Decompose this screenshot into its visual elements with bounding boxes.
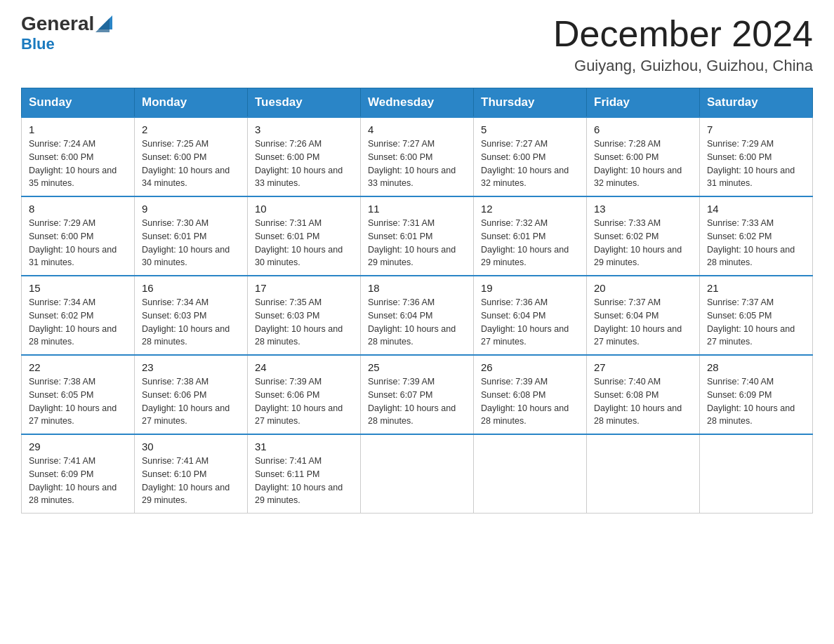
day-info: Sunrise: 7:30 AMSunset: 6:01 PMDaylight:… [142,218,230,267]
calendar-week-row: 1 Sunrise: 7:24 AMSunset: 6:00 PMDayligh… [22,117,813,196]
day-number: 11 [368,203,466,215]
calendar-cell: 27 Sunrise: 7:40 AMSunset: 6:08 PMDaylig… [587,355,700,434]
col-thursday: Thursday [474,88,587,118]
day-number: 10 [255,203,353,215]
day-number: 30 [142,441,240,452]
day-info: Sunrise: 7:29 AMSunset: 6:00 PMDaylight:… [707,139,795,188]
day-number: 8 [29,203,127,215]
calendar-cell: 8 Sunrise: 7:29 AMSunset: 6:00 PMDayligh… [22,196,135,276]
calendar-cell: 17 Sunrise: 7:35 AMSunset: 6:03 PMDaylig… [248,276,361,355]
day-number: 27 [594,361,692,373]
day-number: 16 [142,282,240,294]
day-info: Sunrise: 7:33 AMSunset: 6:02 PMDaylight:… [594,218,682,267]
logo: General Blue [21,14,115,53]
day-number: 5 [481,123,579,135]
calendar-week-row: 8 Sunrise: 7:29 AMSunset: 6:00 PMDayligh… [22,196,813,276]
calendar-cell [474,434,587,514]
calendar-cell: 10 Sunrise: 7:31 AMSunset: 6:01 PMDaylig… [248,196,361,276]
day-info: Sunrise: 7:27 AMSunset: 6:00 PMDaylight:… [368,139,456,188]
day-number: 23 [142,361,240,373]
day-number: 17 [255,282,353,294]
calendar-cell: 1 Sunrise: 7:24 AMSunset: 6:00 PMDayligh… [22,117,135,196]
day-info: Sunrise: 7:40 AMSunset: 6:08 PMDaylight:… [594,377,682,426]
calendar-cell: 25 Sunrise: 7:39 AMSunset: 6:07 PMDaylig… [361,355,474,434]
calendar-cell: 2 Sunrise: 7:25 AMSunset: 6:00 PMDayligh… [135,117,248,196]
calendar-cell: 28 Sunrise: 7:40 AMSunset: 6:09 PMDaylig… [700,355,813,434]
calendar-cell: 22 Sunrise: 7:38 AMSunset: 6:05 PMDaylig… [22,355,135,434]
calendar-week-row: 22 Sunrise: 7:38 AMSunset: 6:05 PMDaylig… [22,355,813,434]
day-info: Sunrise: 7:39 AMSunset: 6:06 PMDaylight:… [255,377,343,426]
day-info: Sunrise: 7:32 AMSunset: 6:01 PMDaylight:… [481,218,569,267]
day-info: Sunrise: 7:36 AMSunset: 6:04 PMDaylight:… [368,297,456,347]
day-number: 21 [707,282,805,294]
col-sunday: Sunday [22,88,135,118]
calendar-cell: 13 Sunrise: 7:33 AMSunset: 6:02 PMDaylig… [587,196,700,276]
day-info: Sunrise: 7:41 AMSunset: 6:10 PMDaylight:… [142,456,230,505]
day-info: Sunrise: 7:40 AMSunset: 6:09 PMDaylight:… [707,377,795,426]
day-number: 7 [707,123,805,135]
day-info: Sunrise: 7:35 AMSunset: 6:03 PMDaylight:… [255,297,343,347]
calendar-cell: 23 Sunrise: 7:38 AMSunset: 6:06 PMDaylig… [135,355,248,434]
day-number: 4 [368,123,466,135]
calendar-cell: 31 Sunrise: 7:41 AMSunset: 6:11 PMDaylig… [248,434,361,514]
day-info: Sunrise: 7:33 AMSunset: 6:02 PMDaylight:… [707,218,795,267]
day-info: Sunrise: 7:28 AMSunset: 6:00 PMDaylight:… [594,139,682,188]
calendar-cell [587,434,700,514]
day-info: Sunrise: 7:38 AMSunset: 6:05 PMDaylight:… [29,377,117,426]
calendar-cell: 14 Sunrise: 7:33 AMSunset: 6:02 PMDaylig… [700,196,813,276]
day-info: Sunrise: 7:38 AMSunset: 6:06 PMDaylight:… [142,377,230,426]
day-number: 3 [255,123,353,135]
day-info: Sunrise: 7:37 AMSunset: 6:05 PMDaylight:… [707,297,795,347]
day-number: 12 [481,203,579,215]
col-friday: Friday [587,88,700,118]
day-info: Sunrise: 7:29 AMSunset: 6:00 PMDaylight:… [29,218,117,267]
calendar-cell: 21 Sunrise: 7:37 AMSunset: 6:05 PMDaylig… [700,276,813,355]
calendar-cell [361,434,474,514]
calendar-table: Sunday Monday Tuesday Wednesday Thursday… [21,88,813,514]
calendar-header-row: Sunday Monday Tuesday Wednesday Thursday… [22,88,813,118]
day-info: Sunrise: 7:25 AMSunset: 6:00 PMDaylight:… [142,139,230,188]
col-saturday: Saturday [700,88,813,118]
page-header: General Blue December 2024 Guiyang, Guiz… [21,14,813,75]
day-number: 2 [142,123,240,135]
calendar-cell: 26 Sunrise: 7:39 AMSunset: 6:08 PMDaylig… [474,355,587,434]
day-number: 29 [29,441,127,452]
day-info: Sunrise: 7:41 AMSunset: 6:09 PMDaylight:… [29,456,117,505]
day-number: 15 [29,282,127,294]
col-monday: Monday [135,88,248,118]
calendar-cell: 5 Sunrise: 7:27 AMSunset: 6:00 PMDayligh… [474,117,587,196]
day-number: 20 [594,282,692,294]
day-info: Sunrise: 7:34 AMSunset: 6:02 PMDaylight:… [29,297,117,347]
day-number: 6 [594,123,692,135]
calendar-cell: 4 Sunrise: 7:27 AMSunset: 6:00 PMDayligh… [361,117,474,196]
title-block: December 2024 Guiyang, Guizhou, Guizhou,… [553,14,813,75]
day-info: Sunrise: 7:24 AMSunset: 6:00 PMDaylight:… [29,139,117,188]
calendar-cell: 19 Sunrise: 7:36 AMSunset: 6:04 PMDaylig… [474,276,587,355]
day-info: Sunrise: 7:26 AMSunset: 6:00 PMDaylight:… [255,139,343,188]
calendar-cell: 24 Sunrise: 7:39 AMSunset: 6:06 PMDaylig… [248,355,361,434]
calendar-cell: 11 Sunrise: 7:31 AMSunset: 6:01 PMDaylig… [361,196,474,276]
logo-general-text: General [21,14,94,34]
calendar-cell [700,434,813,514]
calendar-week-row: 15 Sunrise: 7:34 AMSunset: 6:02 PMDaylig… [22,276,813,355]
calendar-cell: 12 Sunrise: 7:32 AMSunset: 6:01 PMDaylig… [474,196,587,276]
day-number: 22 [29,361,127,373]
calendar-cell: 15 Sunrise: 7:34 AMSunset: 6:02 PMDaylig… [22,276,135,355]
day-number: 13 [594,203,692,215]
day-number: 25 [368,361,466,373]
calendar-cell: 20 Sunrise: 7:37 AMSunset: 6:04 PMDaylig… [587,276,700,355]
day-info: Sunrise: 7:39 AMSunset: 6:07 PMDaylight:… [368,377,456,426]
col-wednesday: Wednesday [361,88,474,118]
logo-triangle-icon [95,13,115,32]
calendar-cell: 9 Sunrise: 7:30 AMSunset: 6:01 PMDayligh… [135,196,248,276]
col-tuesday: Tuesday [248,88,361,118]
calendar-cell: 29 Sunrise: 7:41 AMSunset: 6:09 PMDaylig… [22,434,135,514]
day-info: Sunrise: 7:39 AMSunset: 6:08 PMDaylight:… [481,377,569,426]
svg-marker-1 [95,18,110,32]
day-info: Sunrise: 7:41 AMSunset: 6:11 PMDaylight:… [255,456,343,505]
day-info: Sunrise: 7:34 AMSunset: 6:03 PMDaylight:… [142,297,230,347]
day-info: Sunrise: 7:31 AMSunset: 6:01 PMDaylight:… [255,218,343,267]
calendar-cell: 18 Sunrise: 7:36 AMSunset: 6:04 PMDaylig… [361,276,474,355]
day-info: Sunrise: 7:37 AMSunset: 6:04 PMDaylight:… [594,297,682,347]
day-info: Sunrise: 7:36 AMSunset: 6:04 PMDaylight:… [481,297,569,347]
